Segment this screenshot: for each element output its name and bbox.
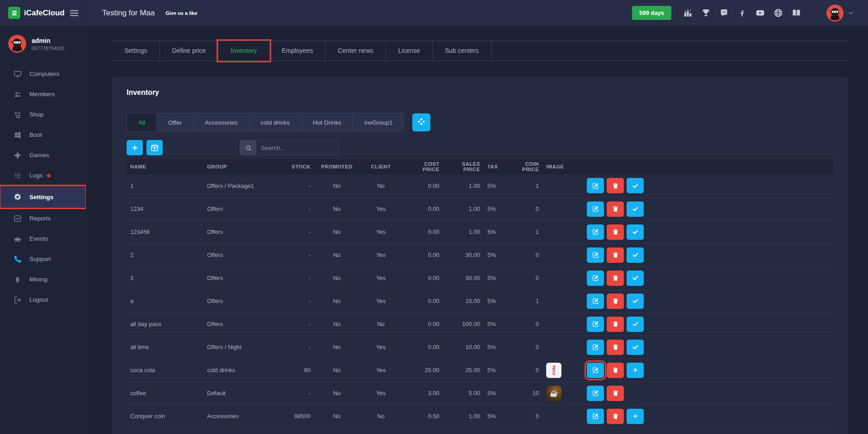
book-icon[interactable] — [792, 8, 801, 18]
sidebar-item-members[interactable]: Members — [0, 84, 86, 104]
cell-coin_price: 1 — [511, 220, 542, 243]
edit-button[interactable] — [587, 271, 604, 286]
cell-cost_price: 0.00 — [402, 220, 443, 243]
cell-tax: 5% — [484, 243, 511, 266]
cell-client: Yes — [359, 197, 402, 220]
check-button[interactable] — [627, 340, 644, 355]
search-input[interactable] — [256, 140, 339, 155]
column-header-stock: STOCK — [278, 159, 314, 174]
edit-button[interactable] — [587, 201, 604, 217]
youtube-icon[interactable] — [755, 8, 765, 18]
trash-icon — [612, 321, 619, 327]
users-icon — [14, 90, 22, 98]
column-header-group: GROUP — [203, 159, 278, 174]
facebook-icon[interactable] — [737, 8, 747, 18]
sidebar-item-logs[interactable]: Logs — [0, 165, 86, 186]
group-tab-accessories[interactable]: Accessories — [193, 113, 250, 132]
delete-button[interactable] — [607, 340, 624, 355]
group-tab-invgroup1[interactable]: invGroup1 — [353, 113, 404, 132]
edit-button[interactable] — [587, 409, 604, 424]
column-header-sales-price: SALES PRICE — [443, 159, 484, 174]
chevron-down-icon[interactable] — [847, 9, 854, 17]
tab-define-price[interactable]: Define price — [160, 41, 219, 61]
cell-actions — [583, 289, 834, 313]
delete-button[interactable] — [607, 178, 624, 193]
delete-button[interactable] — [607, 271, 624, 286]
delete-button[interactable] — [607, 363, 624, 378]
globe-icon[interactable] — [774, 8, 783, 18]
add-by-date-button[interactable] — [146, 140, 163, 155]
tab-settings[interactable]: Settings — [112, 41, 160, 61]
group-tab-hot-drinks[interactable]: Hot Drinks — [302, 113, 353, 132]
tab-center-news[interactable]: Center news — [326, 41, 386, 61]
check-button[interactable] — [627, 271, 644, 286]
sidebar-item-reports[interactable]: Reports — [0, 208, 86, 229]
sidebar-item-support[interactable]: Support — [0, 249, 86, 269]
sidebar-item-events[interactable]: Events — [0, 229, 86, 249]
tab-employees[interactable]: Employees — [269, 41, 326, 61]
cell-promoted: No — [314, 243, 359, 266]
sidebar-item-label: Logs — [29, 172, 42, 179]
tab-inventory[interactable]: Inventory — [218, 41, 269, 61]
edit-button[interactable] — [587, 363, 604, 378]
check-button[interactable] — [627, 224, 644, 240]
give-us-a-like-link[interactable]: Give us a like — [165, 10, 197, 16]
tab-license[interactable]: License — [386, 41, 433, 61]
check-button[interactable] — [627, 247, 644, 263]
group-tab-all[interactable]: All — [127, 113, 157, 132]
delete-button[interactable] — [607, 409, 624, 424]
trophy-icon[interactable] — [701, 8, 711, 18]
manage-groups-button[interactable] — [412, 113, 430, 131]
group-tab-cold-drinks[interactable]: cold drinks — [250, 113, 302, 132]
group-tabs: AllOfferAccessoriescold drinksHot Drinks… — [127, 113, 404, 132]
plus-button[interactable] — [627, 409, 644, 424]
delete-button[interactable] — [607, 201, 624, 217]
edit-button[interactable] — [587, 340, 604, 355]
plus-button[interactable] — [627, 363, 644, 378]
sidebar-item-computers[interactable]: Computers — [0, 64, 86, 84]
leaderboard-icon[interactable] — [683, 8, 693, 18]
edit-button[interactable] — [587, 224, 604, 240]
page-title: Testing for Maa — [102, 9, 155, 18]
delete-button[interactable] — [607, 317, 624, 332]
table-row: coca colacold drinks60NoYes25.0025.005%0… — [127, 359, 834, 382]
cell-tax: 5% — [484, 174, 511, 197]
column-header-cost-price: COST PRICE — [402, 159, 443, 174]
edit-button[interactable] — [587, 247, 604, 263]
cell-coin_price: 0 — [511, 243, 542, 266]
check-icon — [632, 182, 639, 189]
tab-sub-centers[interactable]: Sub centers — [433, 41, 491, 61]
user-avatar[interactable] — [826, 5, 844, 22]
sidebar-item-games[interactable]: Games — [0, 145, 86, 165]
check-button[interactable] — [627, 294, 644, 309]
column-header-tax: TAX — [484, 159, 511, 174]
plus-icon — [632, 413, 639, 420]
check-button[interactable] — [627, 317, 644, 332]
sidebar-item-shop[interactable]: Shop — [0, 104, 86, 125]
cell-cost_price: 0.00 — [402, 243, 443, 266]
discord-icon[interactable] — [719, 8, 729, 18]
edit-button[interactable] — [587, 317, 604, 332]
delete-button[interactable] — [607, 224, 624, 240]
sidebar-item-boot[interactable]: Boot — [0, 125, 86, 145]
edit-button[interactable] — [587, 178, 604, 193]
delete-button[interactable] — [607, 294, 624, 309]
add-item-button[interactable] — [127, 140, 143, 155]
hamburger-menu-icon[interactable] — [69, 8, 79, 18]
cell-actions — [583, 197, 834, 220]
check-button[interactable] — [627, 178, 644, 193]
days-remaining-badge[interactable]: 599 days — [632, 6, 671, 20]
edit-button[interactable] — [587, 386, 604, 401]
edit-button[interactable] — [587, 294, 604, 309]
check-button[interactable] — [627, 201, 644, 217]
plus-icon — [632, 367, 639, 373]
brand[interactable]: i2 iCafeCloud — [0, 0, 86, 26]
sidebar-item-logout[interactable]: Logout — [0, 289, 86, 310]
sidebar-item-mining[interactable]: ฿Mining — [0, 269, 86, 289]
group-tab-offer[interactable]: Offer — [157, 113, 193, 132]
notification-dot — [47, 174, 51, 177]
delete-button[interactable] — [607, 386, 624, 401]
sidebar-item-settings[interactable]: Settings — [0, 186, 86, 208]
delete-button[interactable] — [607, 247, 624, 263]
cell-promoted: No — [314, 289, 359, 313]
